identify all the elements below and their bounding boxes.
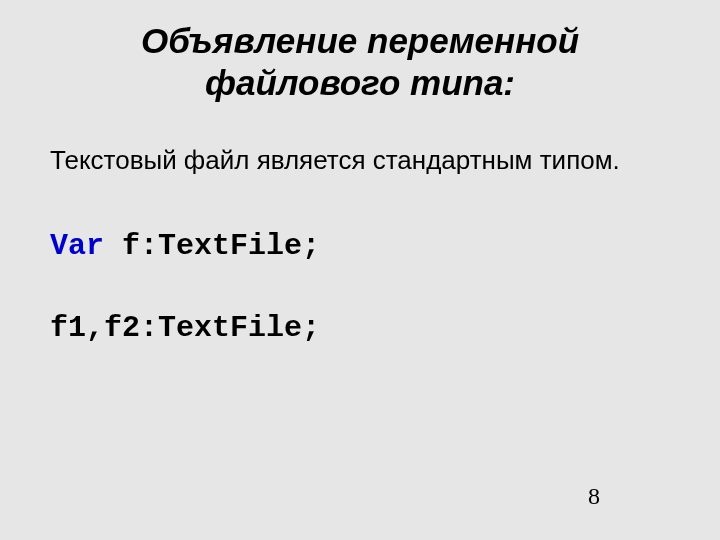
code-line-2: f1,f2:TextFile; bbox=[50, 307, 670, 349]
code-keyword: Var bbox=[50, 229, 104, 263]
slide-title: Объявление переменной файлового типа: bbox=[50, 20, 670, 104]
code-block: Var f:TextFile; f1,f2:TextFile; bbox=[50, 225, 670, 349]
page-number: 8 bbox=[588, 483, 600, 510]
code-line-1: Var f:TextFile; bbox=[50, 225, 670, 267]
slide-body-text: Текстовый файл является стандартным типо… bbox=[50, 144, 670, 177]
code-line-1-rest: f:TextFile; bbox=[104, 229, 320, 263]
